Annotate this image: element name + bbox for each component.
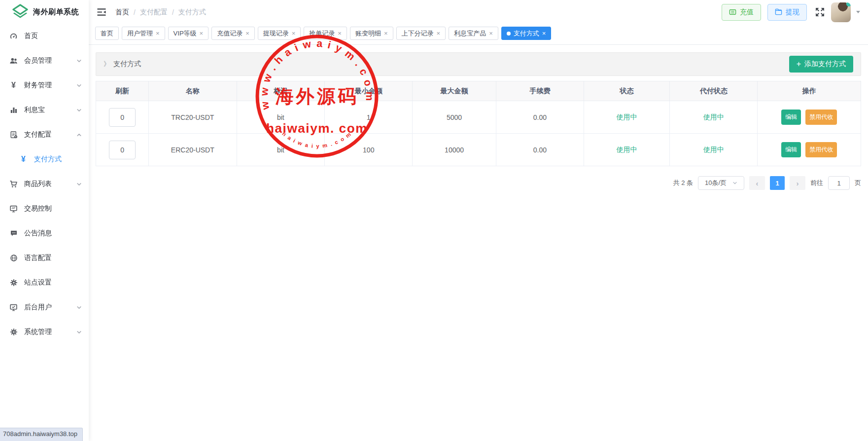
yen-icon: ¥ (9, 81, 18, 89)
breadcrumb: 首页 / 支付配置 / 支付方式 (115, 8, 206, 17)
edit-button[interactable]: 编辑 (781, 142, 801, 157)
chevron-down-icon (76, 305, 82, 310)
col-pay-status: 代付状态 (669, 81, 757, 101)
page-size-select[interactable]: 10条/页 (698, 176, 744, 190)
sidebar-item-payment-config[interactable]: 支付配置 (0, 122, 89, 147)
active-tab-dot-icon (507, 32, 511, 36)
cell-fee: 0.00 (496, 101, 584, 134)
cart-icon (9, 180, 18, 188)
sidebar-item-system-management[interactable]: 系统管理 (0, 320, 89, 344)
avatar[interactable] (831, 2, 851, 22)
current-page-button[interactable]: 1 (770, 176, 785, 190)
chevron-down-icon (76, 83, 82, 88)
avatar-dropdown-caret-icon[interactable] (856, 11, 860, 13)
dashboard-icon (9, 32, 18, 40)
tab-withdraw-records[interactable]: 提现记录 × (258, 27, 301, 40)
disable-collection-button[interactable]: 禁用代收 (805, 110, 837, 125)
col-refresh: 刷新 (96, 81, 149, 101)
cell-min: 100 (325, 134, 413, 166)
goto-page-input[interactable] (828, 176, 850, 190)
panel-title-marker-icon: 》 (104, 60, 110, 69)
col-mark: 标识 (237, 81, 324, 101)
tab-user-management[interactable]: 用户管理 × (122, 27, 165, 40)
table-row: TRC20-USDT bit 1 5000 0.00 使用中 使用中 编辑 禁用… (96, 101, 861, 134)
breadcrumb-separator: / (172, 8, 174, 16)
close-icon[interactable]: × (292, 30, 296, 37)
cell-name: ERC20-USDT (149, 134, 237, 166)
cell-mark: bit (237, 134, 324, 166)
logo-gem-icon (12, 3, 29, 20)
sidebar-item-payment-method[interactable]: ¥ 支付方式 (0, 147, 89, 172)
yen-icon: ¥ (19, 155, 28, 163)
cell-status: 使用中 (584, 101, 670, 134)
close-icon[interactable]: × (200, 30, 204, 37)
refresh-input[interactable] (109, 108, 136, 127)
sidebar-item-label: 交易控制 (24, 204, 52, 213)
monitor-check-icon (9, 303, 18, 312)
prev-page-button[interactable]: ‹ (749, 176, 765, 190)
chevron-up-icon (76, 132, 82, 138)
app-logo: 海外刷单系统 (0, 0, 89, 23)
tab-home[interactable]: 首页 (95, 27, 119, 40)
tab-vip-level[interactable]: VIP等级 × (168, 27, 209, 40)
next-page-button[interactable]: › (790, 176, 805, 190)
close-icon[interactable]: × (384, 30, 388, 37)
sidebar-item-members[interactable]: 会员管理 (0, 48, 89, 73)
sidebar: 海外刷单系统 首页 会员管理 ¥ 财务管理 利息宝 (0, 0, 89, 441)
comment-icon (9, 229, 18, 237)
close-icon[interactable]: × (338, 30, 342, 37)
close-icon[interactable]: × (542, 30, 546, 37)
collapse-sidebar-icon[interactable] (97, 8, 106, 16)
tab-interest-products[interactable]: 利息宝产品 × (449, 27, 498, 40)
sidebar-item-product-list[interactable]: 商品列表 (0, 172, 89, 196)
sidebar-item-label: 会员管理 (24, 56, 52, 65)
cell-pay-status: 使用中 (669, 101, 757, 134)
tab-payment-methods[interactable]: 支付方式 × (501, 27, 552, 40)
close-icon[interactable]: × (437, 30, 441, 37)
topbar-right: 充值 提现 (722, 2, 860, 22)
pagination: 共 2 条 10条/页 ‹ 1 › 前往 页 (96, 176, 861, 190)
cell-mark: bit (237, 101, 324, 134)
chevron-down-icon (76, 330, 82, 335)
sidebar-item-announcements[interactable]: 公告消息 (0, 221, 89, 246)
tab-order-grab-records[interactable]: 抢单记录 × (304, 27, 347, 40)
close-icon[interactable]: × (245, 30, 249, 37)
tab-updown-records[interactable]: 上下分记录 × (396, 27, 446, 40)
add-payment-method-button[interactable]: + 添加支付方式 (789, 56, 853, 73)
sidebar-item-site-settings[interactable]: 站点设置 (0, 270, 89, 295)
cell-fee: 0.00 (496, 134, 584, 166)
gear-icon (9, 328, 18, 336)
chevron-down-icon (732, 181, 737, 185)
col-status: 状态 (584, 81, 670, 101)
tab-account-change-details[interactable]: 账变明细 × (350, 27, 393, 40)
edit-button[interactable]: 编辑 (781, 110, 801, 125)
cell-pay-status: 使用中 (669, 134, 757, 166)
sidebar-item-label: 财务管理 (24, 81, 52, 90)
bar-chart-icon (9, 106, 18, 114)
breadcrumb-payment-config[interactable]: 支付配置 (140, 8, 168, 17)
sidebar-item-label: 支付配置 (24, 130, 52, 139)
refresh-input[interactable] (109, 141, 136, 159)
sidebar-item-label: 后台用户 (24, 303, 52, 312)
banknote-icon (729, 8, 736, 16)
sidebar-item-home[interactable]: 首页 (0, 24, 89, 48)
sidebar-item-admin-users[interactable]: 后台用户 (0, 295, 89, 320)
close-icon[interactable]: × (489, 30, 493, 37)
tabbar: 首页 用户管理 × VIP等级 × 充值记录 × 提现记录 × 抢单记录 × 账… (89, 24, 868, 45)
recharge-button[interactable]: 充值 (722, 4, 761, 21)
plus-icon: + (797, 60, 801, 68)
fullscreen-icon[interactable] (815, 7, 825, 17)
sidebar-item-interest[interactable]: 利息宝 (0, 98, 89, 122)
monitor-icon (9, 205, 18, 213)
withdraw-button[interactable]: 提现 (767, 4, 807, 21)
disable-collection-button[interactable]: 禁用代收 (805, 142, 837, 157)
sidebar-item-finance[interactable]: ¥ 财务管理 (0, 73, 89, 98)
globe-icon (9, 254, 18, 262)
sidebar-item-trade-control[interactable]: 交易控制 (0, 196, 89, 221)
table-row: ERC20-USDT bit 100 10000 0.00 使用中 使用中 编辑… (96, 134, 861, 166)
tab-recharge-records[interactable]: 充值记录 × (211, 27, 255, 40)
sidebar-item-language-config[interactable]: 语言配置 (0, 246, 89, 270)
close-icon[interactable]: × (156, 30, 160, 37)
col-name: 名称 (149, 81, 237, 101)
breadcrumb-home[interactable]: 首页 (115, 8, 129, 17)
